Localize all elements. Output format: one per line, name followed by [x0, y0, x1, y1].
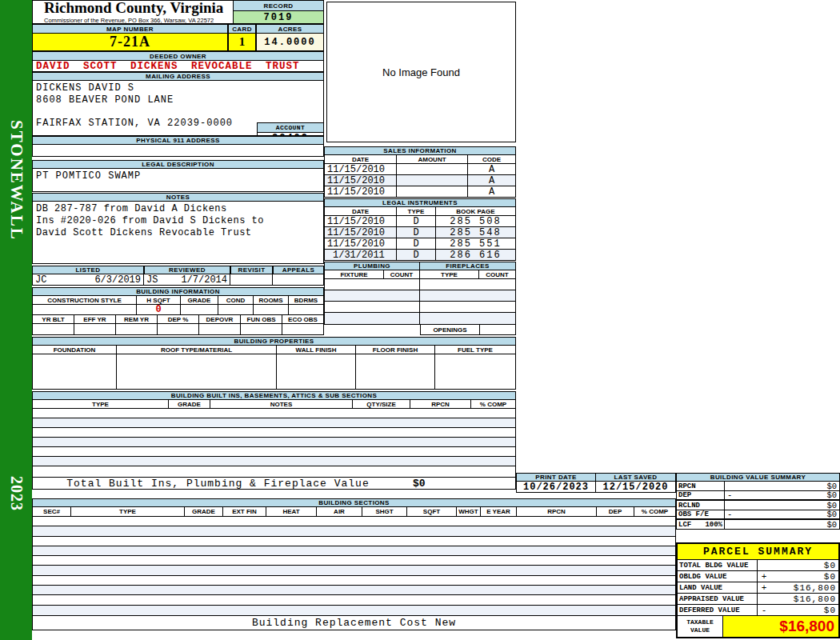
sec-heat-label: HEAT: [266, 507, 317, 516]
sec-rpcn-label: RPCN: [517, 507, 597, 516]
building-sections-section: BUILDING SECTIONS SEC# TYPE GRADE EXT FI…: [32, 498, 676, 630]
built-ins-rpcn-label: RPCN: [410, 400, 471, 408]
sec-type-label: TYPE: [71, 507, 185, 516]
record-value: 7019: [234, 11, 323, 23]
plumbing-fireplaces-section: PLUMBING FIREPLACES FIXTURE COUNT TYPE C…: [324, 262, 516, 335]
county-subtitle: Commissioner of the Revenue, PO Box 366,…: [44, 17, 214, 24]
cond-label: COND: [218, 296, 254, 304]
plumbing-rows: [324, 279, 516, 325]
built-ins-qty-label: QTY/SIZE: [353, 400, 410, 408]
notes-line-1: DB 287-787 from David A Dickens: [36, 203, 320, 215]
building-sections-label: BUILDING SECTIONS: [32, 498, 676, 507]
last-saved-label: LAST SAVED: [596, 473, 676, 482]
sales-information-section: SALES INFORMATION DATE AMOUNT CODE 11/15…: [324, 146, 516, 198]
sec-whgt-label: WHGT: [457, 507, 481, 516]
openings-row: OPENINGS: [420, 325, 516, 335]
instrument-row: 11/15/2010 D 285 508: [324, 216, 516, 227]
print-info-section: PRINT DATE LAST SAVED 10/26/2023 12/15/2…: [516, 473, 676, 493]
photo-placeholder: No Image Found: [326, 2, 516, 142]
parcel-row: TOTAL BLDG VALUE $0: [678, 560, 838, 571]
wall-finish-label: WALL FINISH: [277, 346, 356, 354]
sec-shgt-label: SHGT: [362, 507, 407, 516]
built-ins-rows: [32, 409, 516, 478]
deeded-owner-section: DEEDED OWNER DAVID SCOTT DICKENS REVOCAB…: [32, 51, 324, 72]
building-information-label: BUILDING INFORMATION: [32, 287, 324, 296]
instrument-date-label: DATE: [325, 207, 397, 215]
bvs-row: RCLND $0: [676, 501, 840, 510]
openings-label: OPENINGS: [420, 325, 480, 335]
bdrms-label: BDRMS: [289, 296, 323, 304]
sales-code-label: CODE: [468, 155, 515, 163]
notes-section: NOTES DB 287-787 from David A Dickens In…: [32, 193, 324, 264]
sec-dep-label: DEP: [597, 507, 634, 516]
parcel-row: APPRAISED VALUE $16,800: [678, 594, 838, 605]
fuel-type-label: FUEL TYPE: [435, 346, 515, 354]
construction-style-label: CONSTRUCTION STYLE: [33, 296, 137, 304]
mailing-address-section: MAILING ADDRESS DICKENS DAVID S 8608 BEA…: [32, 72, 324, 136]
print-date-value: 10/26/2023: [517, 482, 596, 492]
dep-pct-label: DEP %: [158, 315, 199, 323]
instrument-type-label: TYPE: [397, 207, 436, 215]
print-date-label: PRINT DATE: [516, 473, 596, 482]
openings-value: [480, 325, 516, 335]
record-label: RECORD: [234, 1, 323, 11]
reviewed-by: JS: [146, 274, 158, 286]
roof-type-label: ROOF TYPE/MATERIAL: [117, 346, 277, 354]
acres-label: ACRES: [256, 24, 324, 34]
notes-line-3: David Scott Dickens Revocable Trust: [36, 227, 320, 239]
building-properties-section: BUILDING PROPERTIES FOUNDATION ROOF TYPE…: [32, 337, 516, 390]
h-sqft-value: 0: [137, 305, 181, 314]
fireplace-count-label: COUNT: [479, 270, 515, 278]
reviewed-date: 1/7/2014: [181, 274, 227, 286]
property-record-card: STONEWALL 2023 Richmond County, Virginia…: [0, 0, 840, 640]
yr-blt-label: YR BLT: [33, 315, 74, 323]
sales-row: 11/15/2010 A: [324, 186, 516, 198]
instrument-row: 11/15/2010 D 285 551: [324, 238, 516, 250]
bvs-row: DEP -$0: [676, 491, 840, 501]
sales-information-label: SALES INFORMATION: [324, 146, 516, 155]
plumbing-count-label: COUNT: [384, 270, 420, 278]
legal-description-value: PT POMTICO SWAMP: [32, 169, 324, 192]
mailing-line-1: DICKENS DAVID S: [36, 82, 320, 94]
sec-eyear-label: E YEAR: [481, 507, 517, 516]
revisit-value: [230, 274, 273, 286]
bvs-row: LCF100% $0: [676, 520, 840, 530]
legal-description-section: LEGAL DESCRIPTION PT POMTICO SWAMP: [32, 160, 324, 192]
building-value-summary-section: BUILDING VALUE SUMMARY RPCN $0 DEP -$0 R…: [676, 473, 840, 530]
fixture-label: FIXTURE: [325, 270, 384, 278]
district-label: STONEWALL: [0, 96, 32, 264]
building-sections-rows: [32, 517, 676, 616]
building-information-section: BUILDING INFORMATION CONSTRUCTION STYLE …: [32, 287, 324, 335]
sales-date-label: DATE: [325, 155, 397, 163]
mailing-line-2: 8608 BEAVER POND LANE: [36, 94, 320, 106]
built-ins-grade-label: GRADE: [169, 400, 210, 408]
physical-address-value: [32, 145, 324, 157]
review-section: LISTED REVIEWED REVISIT APPEALS JC 6/3/2…: [32, 266, 324, 286]
fireplace-type-label: TYPE: [420, 270, 479, 278]
taxable-value-label: TAXABLE VALUE: [678, 616, 723, 637]
listed-date: 6/3/2019: [94, 274, 141, 286]
acres-value: 14.0000: [256, 34, 324, 51]
reviewed-value: JS 1/7/2014: [144, 274, 230, 286]
sales-row: 11/15/2010 A: [324, 164, 516, 175]
card-value: 1: [228, 34, 256, 51]
depovr-label: DEPOVR: [199, 315, 241, 323]
listed-by: JC: [35, 274, 46, 286]
fun-obs-label: FUN OBS: [241, 315, 282, 323]
sec-extfin-label: EXT FIN: [223, 507, 266, 516]
built-ins-type-label: TYPE: [33, 400, 169, 408]
listed-value: JC 6/3/2019: [32, 274, 144, 286]
map-card-acres: MAP NUMBER 7-21A CARD 1 ACRES 14.0000: [32, 24, 324, 51]
floor-finish-label: FLOOR FINISH: [356, 346, 435, 354]
physical-address-section: PHYSICAL 911 ADDRESS: [32, 136, 324, 157]
built-ins-label: BUILDING BUILT INS, BASEMENTS, ATTICS & …: [32, 391, 516, 400]
parcel-summary-title: PARCEL SUMMARY: [678, 544, 838, 560]
sales-amount-label: AMOUNT: [397, 155, 468, 163]
eco-obs-label: ECO OBS: [282, 315, 323, 323]
taxable-value-amount: $16,800: [723, 616, 838, 637]
building-sections-footer: Building Replacement Cost New: [32, 616, 676, 630]
rem-yr-label: REM YR: [116, 315, 158, 323]
appeals-label: APPEALS: [273, 266, 324, 274]
sec-comp-label: % COMP: [634, 507, 675, 516]
notes-line-2: Ins #2020-026 from David S Dickens to: [36, 215, 320, 227]
